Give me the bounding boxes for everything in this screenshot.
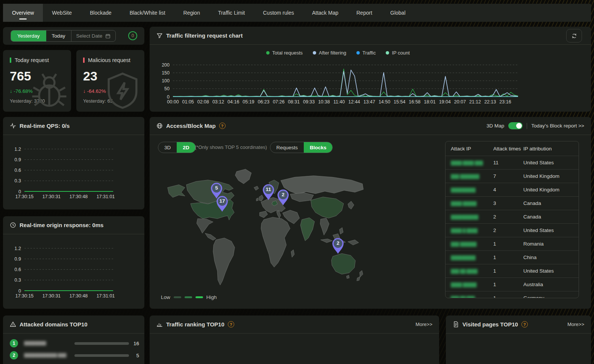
today-button[interactable]: Today [46, 30, 71, 41]
legend-ip-count[interactable]: IP count [386, 50, 409, 56]
map-3d-toggle-label: 3D Map [486, 123, 504, 129]
pin-value: 11 [262, 187, 275, 192]
table-row[interactable]: ███ ██████1Romania [446, 237, 579, 250]
legend-traffic[interactable]: Traffic [356, 50, 376, 56]
table-header: Attack IP Attack times IP attribution [446, 141, 579, 156]
map-3d-toggle[interactable] [508, 122, 523, 129]
origin-response-panel: Real-time origin response: 0ms 00.30.60.… [3, 216, 144, 309]
svg-text:17:30:48: 17:30:48 [70, 194, 88, 199]
visited-pages-more-link[interactable]: More>> [567, 322, 584, 327]
tab-website[interactable]: WebSite [43, 4, 81, 22]
svg-text:0.3: 0.3 [15, 278, 21, 283]
map-data-group: Requests Blocks [270, 142, 333, 153]
svg-text:17:30:48: 17:30:48 [70, 293, 88, 299]
table-row[interactable]: ███ ███████7United Kingdom [446, 169, 579, 183]
svg-text:0.3: 0.3 [15, 178, 21, 184]
block-report-link[interactable]: Today's Block report >> [531, 123, 584, 129]
tab-traffic-limit[interactable]: Traffic Limit [209, 4, 254, 22]
globe-icon [156, 123, 163, 129]
map-pin-europe[interactable]: 2 [276, 188, 290, 206]
clock-icon [10, 222, 16, 228]
date-selector-panel: Yesterday Today Select Date 0 [3, 27, 144, 45]
col-ip-attribution: IP attribution [522, 146, 579, 152]
table-row[interactable]: ████ █████1Australia [446, 278, 579, 291]
blocks-button[interactable]: Blocks [304, 142, 332, 153]
bug-icon [30, 70, 69, 109]
table-row[interactable]: ████ ████ ███11United States [446, 156, 579, 169]
tab-global[interactable]: Global [381, 4, 414, 22]
pulse-icon [10, 123, 16, 129]
select-date-button[interactable]: Select Date [71, 30, 116, 41]
document-icon [453, 321, 459, 328]
svg-text:17:31:01: 17:31:01 [97, 194, 115, 199]
svg-text:17:30:15: 17:30:15 [15, 194, 34, 199]
table-row[interactable]: █████████1China [446, 250, 579, 264]
domain-count: 5 [136, 353, 139, 358]
svg-text:0: 0 [18, 288, 21, 294]
map-panel: Access/Block Map ? 3D Map Today's Block … [150, 117, 591, 309]
tab-custom-rules[interactable]: Custom rules [254, 4, 303, 22]
domain-rank-row[interactable]: 2 ████████████ ███ 5 [10, 351, 139, 360]
table-row[interactable]: ███ ██ ███1Germany [446, 291, 579, 298]
table-row[interactable]: ███ ██ ████1United States [446, 264, 579, 278]
table-row[interactable]: █████████4United Kingdom [446, 183, 579, 196]
calendar-icon [105, 33, 111, 39]
refresh-button[interactable] [566, 29, 582, 42]
map-help-icon[interactable]: ? [219, 123, 226, 129]
legend-label: Traffic [362, 50, 376, 56]
yesterday-button[interactable]: Yesterday [11, 30, 46, 41]
svg-text:01:05: 01:05 [182, 99, 194, 105]
map-pin-usa[interactable]: 17 [215, 195, 229, 212]
svg-text:150: 150 [162, 70, 170, 76]
qps-panel: Real-time QPS: 0/s 00.30.60.91.217:30:15… [3, 117, 144, 209]
svg-text:09:33: 09:33 [303, 99, 315, 105]
tab-report[interactable]: Report [347, 4, 381, 22]
svg-text:18:01: 18:01 [424, 99, 435, 105]
top-nav: Overview WebSite Blockade Black/White li… [3, 4, 591, 22]
map-pin-uk[interactable]: 11 [262, 183, 275, 200]
domain-name: ████████████ ███ [24, 353, 74, 358]
visited-pages-title: Visited pages TOP10 [462, 321, 518, 328]
legend-label: Total requests [272, 50, 303, 56]
svg-text:05:19: 05:19 [242, 99, 254, 105]
domain-bar [74, 354, 129, 357]
legend-low-label: Low [161, 294, 170, 300]
origin-line-chart: 00.30.60.91.217:30:1517:30:3117:30:4817:… [7, 240, 141, 307]
table-row[interactable]: ████ █ ████2United States [446, 223, 579, 237]
tab-region[interactable]: Region [174, 4, 209, 22]
svg-text:1.2: 1.2 [15, 147, 21, 152]
swatch-high [195, 296, 203, 298]
legend-after-filtering[interactable]: After filtering [313, 50, 346, 56]
tab-blockade[interactable]: Blockade [81, 4, 121, 22]
svg-text:03:12: 03:12 [212, 99, 224, 105]
svg-text:15:54: 15:54 [394, 99, 405, 105]
svg-text:0.6: 0.6 [15, 168, 21, 173]
table-row[interactable]: ██████████2Canada [446, 210, 579, 223]
qps-line-chart: 00.30.60.91.217:30:1517:30:3117:30:4817:… [7, 140, 141, 208]
svg-text:1.2: 1.2 [15, 246, 21, 251]
traffic-ranking-more-link[interactable]: More>> [415, 322, 432, 327]
legend-total-requests[interactable]: Total requests [266, 50, 303, 56]
swatch-mid [185, 296, 192, 298]
traffic-chart-title: Traffic filtering request chart [166, 32, 242, 39]
mode-3d-button[interactable]: 3D [158, 142, 177, 153]
attacked-domains-title: Attacked domains TOP10 [20, 321, 88, 328]
requests-button[interactable]: Requests [270, 142, 304, 153]
map-note: (*Only shows TOP 5 coordinates) [195, 144, 267, 150]
traffic-ranking-help-icon[interactable]: ? [228, 321, 234, 328]
tab-overview[interactable]: Overview [3, 4, 43, 22]
map-pin-australia[interactable]: 2 [331, 237, 345, 254]
malicious-request-title: Malicious request [88, 57, 130, 63]
pin-value: 5 [210, 185, 223, 191]
domain-rank-row[interactable]: 1 ████████ 16 [10, 339, 139, 348]
svg-text:200: 200 [162, 62, 170, 68]
visited-pages-help-icon[interactable]: ? [521, 321, 528, 328]
dashboard: Overview WebSite Blockade Black/White li… [0, 0, 594, 364]
mode-2d-button[interactable]: 2D [177, 142, 195, 153]
table-row[interactable]: ████ █████3Canada [446, 196, 579, 210]
tab-black-white-list[interactable]: Black/White list [121, 4, 174, 22]
svg-text:06:23: 06:23 [258, 99, 269, 105]
svg-text:17:30:31: 17:30:31 [42, 194, 61, 199]
tab-attack-map[interactable]: Attack Map [303, 4, 347, 22]
rank-badge: 1 [10, 339, 18, 347]
